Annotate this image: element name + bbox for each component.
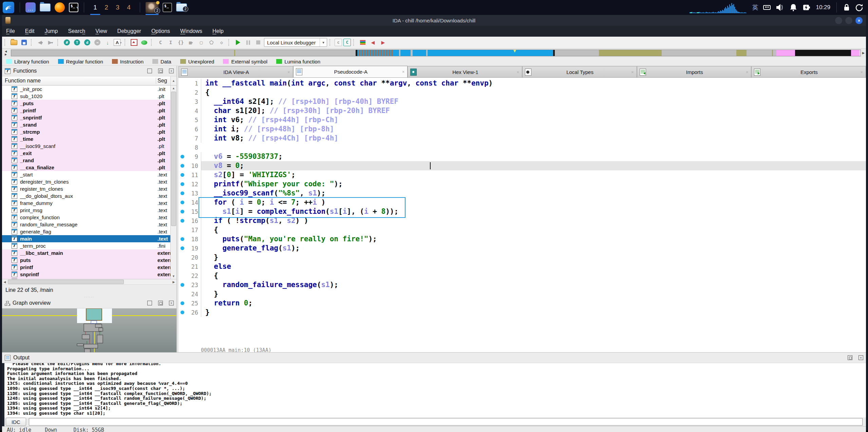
navigate-forward-button[interactable]: ▶▾ [46, 38, 55, 47]
functions-column-header[interactable]: Function name Seg ▲ [2, 76, 176, 86]
functions-panel-header[interactable]: Functions × [2, 66, 176, 76]
cpu-graph-icon[interactable] [690, 1, 747, 14]
database-button[interactable] [140, 38, 149, 47]
panel-maximize-icon[interactable] [147, 301, 152, 305]
code-line-20[interactable]: 20 } [178, 253, 866, 262]
code-line-18[interactable]: 18 puts("Man, you're really on fire!"); [178, 234, 866, 244]
workspace-1[interactable]: 1 [90, 0, 101, 15]
jump-xref-button[interactable]: → [93, 38, 102, 47]
jump-down-icon[interactable]: ↓ [103, 38, 112, 47]
menu-windows[interactable]: Windows [180, 28, 202, 34]
panel-splitter-handle[interactable]: ······ [2, 296, 176, 298]
compile-c-button[interactable]: C [343, 39, 351, 46]
box-button[interactable]: ▢ [197, 38, 206, 47]
menu-debugger[interactable]: Debugger [117, 28, 141, 34]
tab-close-icon[interactable]: × [628, 70, 637, 75]
clock[interactable]: 10:29 [816, 4, 830, 11]
panel-maximize-icon[interactable] [147, 69, 152, 73]
function-row-__do_global_dtors_aux[interactable]: __do_global_dtors_aux.text [2, 192, 170, 200]
navigate-back-button[interactable]: ◀▾ [36, 38, 45, 47]
command-input[interactable] [29, 418, 863, 426]
code-line-10[interactable]: 10 v8 = 0; [178, 161, 866, 170]
code-line-23[interactable]: 23 random_failure_message(s1); [178, 280, 866, 289]
function-row-sub_1020[interactable]: sub_1020.plt [2, 93, 170, 100]
code-line-15[interactable]: 15 s1[i] = complex_function(s1[i], (i + … [178, 207, 866, 216]
band-scroll-right-icon[interactable]: ▶ [862, 51, 865, 55]
code-line-14[interactable]: 14 for ( i = 0; i <= 7; ++i ) [178, 198, 866, 207]
struct-c-button[interactable]: C [156, 38, 165, 47]
menu-search[interactable]: Search [68, 28, 86, 34]
function-row-puts[interactable]: putsextern [2, 257, 170, 264]
toolbar-grip[interactable] [57, 39, 60, 46]
band-scroll-left-icon[interactable]: ◀ [5, 50, 10, 53]
chevron-down-icon[interactable]: ▾ [76, 5, 78, 10]
function-row-snprintf[interactable]: snprintfextern [2, 271, 170, 278]
colors-list-button[interactable] [358, 38, 367, 47]
scroll-right-icon[interactable]: ▶ [171, 279, 176, 284]
column-function-name[interactable]: Function name [2, 78, 156, 84]
function-row-_init_proc[interactable]: _init_proc.init [2, 86, 170, 93]
code-line-11[interactable]: 11 s2[0] = 'WHIYIZGS'; [178, 170, 866, 180]
tab-close-icon[interactable]: × [743, 70, 751, 75]
panel-float-icon[interactable] [158, 69, 163, 73]
minimize-button[interactable] [835, 17, 842, 24]
column-segment[interactable]: Seg [156, 78, 170, 84]
code-line-7[interactable]: 7 int v8; // [rsp+4Ch] [rbp-4h] [178, 134, 866, 143]
tab-close-icon[interactable]: × [857, 70, 866, 75]
lock-screen-icon[interactable] [843, 3, 850, 12]
tab-pseudocode-a[interactable]: Pseudocode-A× [293, 66, 408, 77]
code-line-16[interactable]: 16 if ( !strcmp(s1, s2) ) [178, 216, 866, 225]
function-row-_rand[interactable]: _rand.plt [2, 157, 170, 164]
function-row-_snprintf[interactable]: _snprintf.plt [2, 114, 170, 121]
title-bar[interactable]: IDA - chill /home/kali/Downloads/chill × [2, 15, 866, 26]
struct-brace-button[interactable]: {} [176, 38, 185, 47]
panel-close-icon[interactable]: × [169, 301, 174, 305]
scroll-down-icon[interactable]: ▼ [171, 274, 176, 279]
panel-close-icon[interactable]: × [858, 355, 863, 360]
tab-hex-view-1[interactable]: Hex View-1× [408, 66, 522, 77]
code-line-9[interactable]: 9 v6 = -559038737; [178, 152, 866, 161]
vscroll-thumb[interactable] [171, 92, 176, 226]
code-line-5[interactable]: 5 int v6; // [rsp+44h] [rbp-Ch] [178, 115, 866, 125]
menu-help[interactable]: Help [212, 28, 224, 34]
firefox-icon[interactable] [55, 2, 65, 13]
debugger-start-button[interactable] [233, 38, 242, 47]
workspace-2[interactable]: 2 [101, 0, 112, 15]
tab-exports[interactable]: Exports× [751, 66, 866, 77]
toolbar-grip[interactable] [4, 39, 7, 46]
scroll-up-icon[interactable]: ▲ [171, 86, 176, 91]
network-icon[interactable] [763, 4, 771, 11]
file-manager-icon[interactable] [40, 3, 51, 12]
function-row-random_failure_message[interactable]: random_failure_message.text [2, 221, 170, 228]
code-line-13[interactable]: 13 __isoc99_scanf("%8s", s1); [178, 189, 866, 198]
power-icon[interactable] [855, 3, 863, 12]
code-line-19[interactable]: 19 generate_flag(s1); [178, 244, 866, 253]
panel-float-icon[interactable] [848, 355, 852, 360]
functions-vscrollbar[interactable]: ▲ ▼ [170, 86, 176, 279]
jump-address-button[interactable]: # [62, 38, 71, 47]
function-row-_printf[interactable]: _printf.plt [2, 107, 170, 114]
function-row-__isoc99_scanf[interactable]: __isoc99_scanf.plt [2, 143, 170, 150]
text-mode-button[interactable]: A▾ [113, 38, 122, 47]
polygon-button[interactable]: ⬠ [207, 38, 216, 47]
menu-view[interactable]: View [95, 28, 107, 34]
grid-button[interactable]: ▦▾ [187, 38, 195, 47]
workspace-3[interactable]: 3 [112, 0, 123, 15]
idc-language-button[interactable]: IDC [6, 418, 26, 426]
function-row-print_msg[interactable]: print_msg.text [2, 207, 170, 214]
pseudocode-view[interactable]: 1int __fastcall main(int argc, const cha… [178, 78, 866, 347]
code-line-4[interactable]: 4 char s1[20]; // [rsp+30h] [rbp-20h] BY… [178, 106, 866, 115]
debugger-stop-button[interactable] [254, 38, 263, 47]
close-button[interactable]: × [855, 17, 863, 24]
function-row-_term_proc[interactable]: _term_proc.fini [2, 242, 170, 249]
function-row-frame_dummy[interactable]: frame_dummy.text [2, 200, 170, 207]
screenshot-button[interactable] [130, 38, 138, 47]
function-row-_srand[interactable]: _srand.plt [2, 121, 170, 128]
toolbar-grip[interactable] [125, 39, 127, 46]
redo-button[interactable]: ▶ [379, 38, 388, 47]
kali-menu-icon[interactable] [3, 2, 14, 13]
menu-options[interactable]: Options [151, 28, 170, 34]
code-line-3[interactable]: 3 __int64 s2[4]; // [rsp+10h] [rbp-40h] … [178, 97, 866, 106]
workspace-4[interactable]: 4 [123, 0, 134, 15]
scroll-left-icon[interactable]: ◀ [2, 279, 7, 284]
